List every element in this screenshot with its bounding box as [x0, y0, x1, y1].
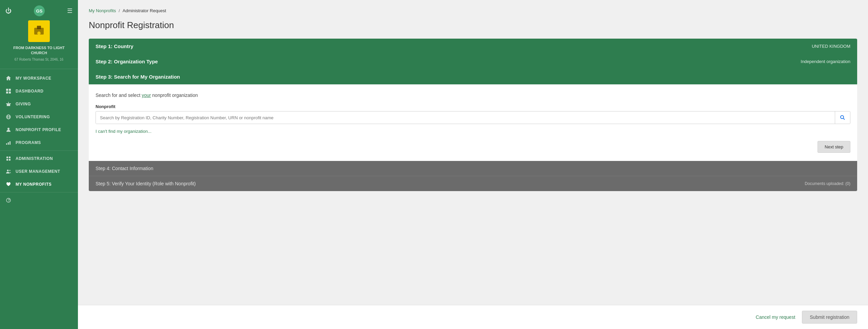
gs-badge[interactable]: GS — [34, 5, 45, 16]
sidebar-item-label: MY NONPROFITS — [16, 182, 51, 187]
step3-description: Search for and select your nonprofit org… — [96, 92, 850, 98]
person-icon — [5, 127, 12, 133]
svg-rect-5 — [9, 89, 11, 91]
home-icon — [5, 75, 12, 81]
org-name: FROM DARKNESS TO LIGHT CHURCH — [0, 45, 78, 56]
svg-rect-11 — [9, 103, 11, 104]
step3-label: Step 3: Search for My Organization — [96, 74, 180, 80]
svg-point-27 — [841, 116, 844, 119]
main-content: My Nonprofits / Administrator Request No… — [78, 0, 868, 329]
step3-body: Search for and select your nonprofit org… — [89, 84, 857, 161]
sidebar-item-label: USER MANAGEMENT — [16, 169, 60, 174]
dashboard-icon — [5, 88, 12, 94]
svg-rect-20 — [9, 157, 11, 158]
breadcrumb-current: Administrator Request — [123, 8, 166, 13]
users-icon — [5, 168, 12, 174]
sidebar-item-dashboard[interactable]: DASHBOARD — [0, 85, 78, 98]
step4-header[interactable]: Step 4: Contact Information — [89, 161, 857, 176]
menu-icon[interactable]: ☰ — [67, 7, 73, 15]
step3-header[interactable]: Step 3: Search for My Organization — [89, 69, 857, 84]
step5-value: Documents uploaded: (0) — [805, 181, 850, 186]
org-address: 67 Roberts Thomas St, 2046, 16 — [9, 56, 69, 66]
admin-icon — [5, 156, 12, 162]
nav-divider-1 — [0, 150, 78, 151]
step5-header[interactable]: Step 5: Verify Your Identity (Role with … — [89, 176, 857, 191]
svg-rect-22 — [9, 159, 11, 161]
sidebar-item-my-nonprofits[interactable]: MY NONPROFITS — [0, 178, 78, 191]
svg-rect-7 — [9, 91, 11, 94]
power-icon[interactable]: ⏻ — [5, 7, 12, 15]
sidebar-item-administration[interactable]: ADMINISTRATION — [0, 152, 78, 165]
sidebar-item-volunteering[interactable]: VOLUNTEERING — [0, 110, 78, 123]
sidebar-item-label: GIVING — [16, 102, 31, 106]
svg-point-24 — [9, 170, 11, 171]
sidebar-item-label: VOLUNTEERING — [16, 115, 50, 119]
svg-rect-18 — [9, 141, 11, 145]
step1-label: Step 1: Country — [96, 43, 133, 49]
search-input[interactable] — [96, 112, 835, 124]
step2-header[interactable]: Step 2: Organization Type Independent or… — [89, 54, 857, 69]
sidebar-item-nonprofit-profile[interactable]: NONPROFIT PROFILE — [0, 123, 78, 136]
sidebar-item-label: ADMINISTRATION — [16, 156, 53, 161]
sidebar-item-programs[interactable]: PROGRAMS — [0, 136, 78, 149]
breadcrumb-link[interactable]: My Nonprofits — [89, 8, 116, 13]
step4-label: Step 4: Contact Information — [96, 166, 153, 171]
heart-icon — [5, 181, 12, 187]
cancel-button[interactable]: Cancel my request — [755, 312, 797, 323]
sidebar-item-label: DASHBOARD — [16, 89, 44, 94]
svg-point-3 — [37, 32, 41, 35]
cant-find-link[interactable]: I can't find my organization... — [96, 129, 151, 134]
step1-header[interactable]: Step 1: Country UNITED KINGDOM — [89, 39, 857, 54]
org-logo — [28, 20, 50, 42]
step3-actions: Next step — [96, 141, 850, 153]
sidebar-item-giving[interactable]: GIVING — [0, 98, 78, 110]
breadcrumb-separator: / — [119, 8, 120, 13]
svg-rect-4 — [6, 89, 8, 91]
sidebar-item-label: MY WORKSPACE — [16, 76, 51, 81]
nav-divider-2 — [0, 192, 78, 192]
sidebar-icon-row: ⏻ GS ☰ — [0, 5, 78, 20]
submit-button[interactable]: Submit registration — [802, 311, 857, 324]
gift-icon — [5, 101, 12, 107]
svg-rect-21 — [6, 159, 8, 161]
step2-label: Step 2: Organization Type — [96, 59, 158, 64]
search-row — [96, 111, 850, 124]
globe-icon — [5, 114, 12, 120]
sidebar-item-user-management[interactable]: USER MANAGEMENT — [0, 165, 78, 178]
bottom-bar: Cancel my request Submit registration — [78, 305, 868, 329]
sidebar-item-label: NONPROFIT PROFILE — [16, 127, 61, 132]
sidebar-nav: MY WORKSPACE DASHBOARD GIVING VOLUNTEERI… — [0, 69, 78, 329]
search-button[interactable] — [835, 111, 850, 124]
svg-rect-16 — [6, 143, 7, 145]
svg-text:?: ? — [8, 199, 10, 202]
steps-container: Step 1: Country UNITED KINGDOM Step 2: O… — [89, 39, 857, 191]
sidebar-item-my-workspace[interactable]: MY WORKSPACE — [0, 72, 78, 85]
step5-label: Step 5: Verify Your Identity (Role with … — [96, 181, 196, 186]
help-icon: ? — [5, 197, 12, 203]
programs-icon — [5, 140, 12, 146]
sidebar-item-help-and-support[interactable]: ? — [0, 194, 78, 207]
content-area: My Nonprofits / Administrator Request No… — [78, 0, 868, 305]
step1-value: UNITED KINGDOM — [812, 44, 850, 49]
sidebar-item-label: PROGRAMS — [16, 140, 41, 145]
svg-rect-9 — [7, 104, 10, 106]
page-title: Nonprofit Registration — [89, 20, 857, 30]
svg-rect-2 — [37, 26, 41, 29]
next-step-button[interactable]: Next step — [818, 141, 850, 153]
sidebar: ⏻ GS ☰ FROM DARKNESS TO LIGHT CHURCH 67 … — [0, 0, 78, 329]
sidebar-top: ⏻ GS ☰ FROM DARKNESS TO LIGHT CHURCH 67 … — [0, 0, 78, 69]
your-link[interactable]: your — [142, 92, 151, 98]
svg-rect-6 — [6, 91, 8, 94]
step2-value: Independent organization — [801, 59, 850, 64]
svg-point-23 — [7, 169, 9, 171]
svg-rect-10 — [6, 103, 8, 104]
svg-line-28 — [844, 119, 845, 120]
svg-rect-19 — [6, 157, 8, 158]
nonprofit-field-label: Nonprofit — [96, 104, 850, 109]
breadcrumb: My Nonprofits / Administrator Request — [89, 8, 857, 13]
svg-point-15 — [7, 128, 9, 130]
svg-rect-17 — [8, 142, 9, 145]
